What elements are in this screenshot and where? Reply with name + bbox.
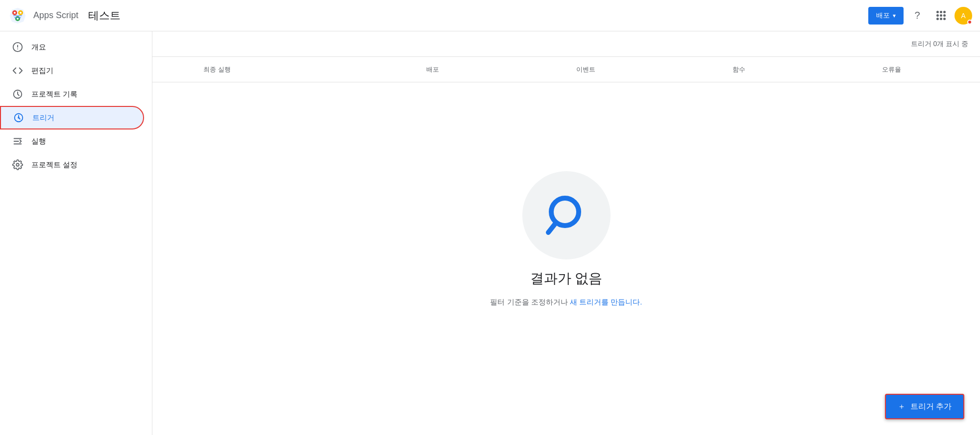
- deploy-button[interactable]: 배포 ▾: [868, 7, 904, 25]
- main-layout: 개요 편집기 프로젝트 기록 트리거 실행: [0, 31, 980, 435]
- apps-script-logo-icon: [8, 6, 27, 26]
- table-header: 최종 실행 배포 이벤트 함수 오류율: [152, 57, 980, 82]
- sidebar-label-project-history: 프로젝트 기록: [31, 90, 77, 99]
- overview-icon: [12, 42, 24, 52]
- help-button[interactable]: ?: [907, 6, 927, 26]
- svg-point-5: [20, 12, 22, 14]
- svg-rect-8: [14, 17, 21, 18]
- empty-state-title: 결과가 없음: [530, 269, 603, 288]
- col-event: 이벤트: [509, 65, 662, 74]
- sidebar-label-execution: 실행: [31, 137, 46, 146]
- avatar-notification-dot: [967, 20, 972, 25]
- deploy-chevron-icon: ▾: [893, 12, 896, 19]
- sidebar-item-editor[interactable]: 편집기: [0, 59, 144, 82]
- content-area: 트리거 0개 표시 중 최종 실행 배포 이벤트 함수 오류율 결과가 없음: [152, 31, 980, 435]
- svg-point-4: [14, 12, 16, 14]
- empty-state-illustration: [522, 171, 611, 259]
- sidebar-item-execution[interactable]: 실행: [0, 129, 144, 153]
- sidebar-item-trigger[interactable]: 트리거: [0, 106, 144, 129]
- col-last-run: 최종 실행: [164, 65, 356, 74]
- sidebar-item-project-history[interactable]: 프로젝트 기록: [0, 82, 144, 106]
- add-trigger-plus-icon: ＋: [898, 402, 906, 412]
- sidebar-label-editor: 편집기: [31, 66, 53, 76]
- grid-icon: [936, 11, 946, 20]
- col-function: 함수: [662, 65, 815, 74]
- content-header: 트리거 0개 표시 중: [152, 31, 980, 57]
- header: Apps Script 테스트 배포 ▾ ? A: [0, 0, 980, 31]
- avatar-initial: A: [961, 12, 965, 20]
- add-trigger-label: 트리거 추가: [910, 402, 952, 412]
- project-title: 테스트: [88, 8, 121, 23]
- add-trigger-button[interactable]: ＋ 트리거 추가: [885, 394, 964, 419]
- help-icon: ?: [914, 10, 920, 21]
- execution-icon: [12, 136, 24, 147]
- settings-icon: [12, 159, 24, 170]
- apps-script-text: Apps Script: [33, 10, 78, 21]
- empty-state: 결과가 없음 필터 기준을 조정하거나 새 트리거를 만듭니다.: [152, 82, 980, 435]
- col-error: 오류율: [815, 65, 968, 74]
- col-deploy: 배포: [356, 65, 509, 74]
- grid-apps-button[interactable]: [931, 6, 951, 26]
- new-trigger-link[interactable]: 새 트리거를 만듭니다.: [570, 298, 642, 306]
- sidebar: 개요 편집기 프로젝트 기록 트리거 실행: [0, 31, 152, 435]
- svg-rect-7: [13, 15, 22, 16]
- sidebar-label-trigger: 트리거: [32, 113, 54, 123]
- svg-line-20: [548, 223, 556, 232]
- editor-icon: [12, 65, 24, 76]
- header-left: Apps Script 테스트: [8, 6, 121, 26]
- avatar[interactable]: A: [955, 7, 972, 25]
- sidebar-label-overview: 개요: [31, 43, 46, 52]
- sidebar-label-project-settings: 프로젝트 설정: [31, 160, 77, 170]
- trigger-count-status: 트리거 0개 표시 중: [911, 40, 968, 49]
- magnifier-icon: [539, 188, 593, 242]
- empty-state-subtitle-before: 필터 기준을 조정하거나: [490, 298, 570, 306]
- svg-point-18: [16, 163, 19, 166]
- trigger-icon: [13, 112, 24, 123]
- deploy-label: 배포: [876, 11, 890, 20]
- svg-point-11: [17, 49, 18, 50]
- sidebar-item-project-settings[interactable]: 프로젝트 설정: [0, 153, 144, 177]
- sidebar-item-overview[interactable]: 개요: [0, 35, 144, 59]
- empty-state-subtitle: 필터 기준을 조정하거나 새 트리거를 만듭니다.: [490, 298, 642, 307]
- header-right: 배포 ▾ ? A: [868, 6, 972, 26]
- apps-script-logo[interactable]: [8, 6, 27, 26]
- svg-point-14: [18, 117, 20, 119]
- history-icon: [12, 89, 24, 100]
